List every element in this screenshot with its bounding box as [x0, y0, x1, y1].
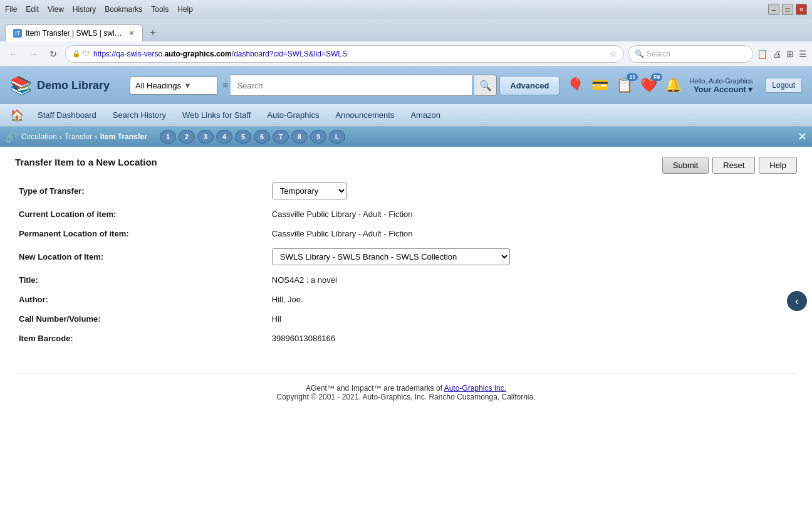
page-btn-L[interactable]: L — [329, 130, 345, 144]
browser-search-box[interactable]: 🔍 Search — [628, 45, 753, 63]
search-type-label: All Headings — [135, 81, 181, 90]
print-icon[interactable]: 🖨 — [773, 49, 781, 59]
forward-button[interactable]: → — [25, 46, 41, 62]
menu-tools[interactable]: Tools — [151, 5, 169, 14]
search-bar-container: All Headings ▼ ≡ 🔍 Advanced — [130, 75, 560, 96]
call-number-value: Hil — [268, 309, 797, 329]
list-view-icon[interactable]: ≡ — [222, 80, 228, 91]
breadcrumb-transfer[interactable]: Transfer — [65, 132, 92, 141]
breadcrumb-sep-1: › — [60, 132, 62, 142]
menu-bookmarks[interactable]: Bookmarks — [105, 5, 142, 14]
active-tab[interactable]: IT Item Transfer | SWLS | swls | Aut ✕ — [5, 24, 143, 41]
auto-graphics-link[interactable]: Auto-Graphics Inc. — [444, 384, 506, 393]
app-header: 📚 Demo Library All Headings ▼ ≡ 🔍 Advanc… — [0, 66, 812, 104]
page-btn-9[interactable]: 9 — [310, 130, 326, 144]
search-type-dropdown[interactable]: All Headings ▼ — [130, 77, 217, 95]
library-card-icon[interactable]: 💳 — [591, 77, 608, 93]
nav-staff-dashboard[interactable]: Staff Dashboard — [30, 107, 104, 124]
page-btn-3[interactable]: 3 — [197, 130, 214, 144]
item-barcode-label: Item Barcode: — [15, 329, 268, 348]
page-btn-5[interactable]: 5 — [235, 130, 251, 144]
nav-amazon[interactable]: Amazon — [403, 107, 448, 124]
account-label: Your Account — [694, 85, 746, 94]
window-controls: – □ ✕ — [768, 4, 807, 15]
page-btn-7[interactable]: 7 — [273, 130, 289, 144]
action-buttons: Submit Reset Help — [662, 157, 797, 174]
pagination: 1 2 3 4 5 6 7 8 9 L — [160, 130, 345, 144]
minimize-button[interactable]: – — [768, 4, 779, 15]
tab-close-icon[interactable]: ✕ — [128, 29, 135, 38]
search-go-button[interactable]: 🔍 — [474, 75, 497, 96]
breadcrumb-circulation[interactable]: Circulation — [21, 132, 57, 141]
item-barcode-value: 39896013086166 — [268, 329, 797, 348]
header-icons: 🎈 💳 📋 10 ❤️ F9 🔔 Hello, Auto-Graphic — [567, 77, 802, 94]
close-button[interactable]: ✕ — [796, 4, 807, 15]
reset-button[interactable]: Reset — [712, 157, 755, 174]
tab-bar: IT Item Transfer | SWLS | swls | Aut ✕ + — [0, 19, 812, 41]
help-button[interactable]: Help — [759, 157, 797, 174]
tab-title: Item Transfer | SWLS | swls | Aut — [26, 29, 125, 38]
title-bar: File Edit View History Bookmarks Tools H… — [0, 0, 812, 19]
heart-icon[interactable]: ❤️ F9 — [640, 77, 657, 93]
new-location-value: SWLS Library - SWLS Branch - SWLS Collec… — [268, 243, 797, 270]
current-location-value: Cassville Public Library - Adult - Ficti… — [268, 204, 797, 224]
type-of-transfer-select[interactable]: Temporary Permanent — [272, 182, 347, 199]
hello-text: Hello, Auto-Graphics — [689, 77, 752, 85]
search-input[interactable] — [231, 75, 472, 96]
new-location-row: New Location of Item: SWLS Library - SWL… — [15, 243, 797, 270]
page-btn-8[interactable]: 8 — [291, 130, 308, 144]
maximize-button[interactable]: □ — [782, 4, 793, 15]
nav-auto-graphics[interactable]: Auto-Graphics — [259, 107, 326, 124]
author-row: Author: Hill, Joe. — [15, 290, 797, 309]
breadcrumb-icon: 🔗 — [5, 131, 18, 143]
heart-badge: F9 — [651, 73, 663, 81]
logout-button[interactable]: Logout — [765, 78, 802, 93]
address-box[interactable]: 🔒 🛡 https://qa-swls-verso.auto-graphics.… — [65, 45, 624, 63]
bell-icon[interactable]: 🔔 — [665, 77, 682, 93]
bookmark-toolbar-icon[interactable]: 📋 — [757, 49, 768, 59]
nav-bar: 🏠 Staff Dashboard Search History Web Lin… — [0, 104, 812, 127]
browser-search-placeholder: Search — [647, 50, 670, 58]
bookmark-star-icon[interactable]: ☆ — [609, 49, 617, 59]
fullscreen-icon[interactable]: ⊞ — [786, 49, 794, 59]
item-barcode-row: Item Barcode: 39896013086166 — [15, 329, 797, 348]
app-logo-icon: 📚 — [10, 75, 32, 96]
refresh-button[interactable]: ↻ — [45, 46, 61, 62]
account-dropdown[interactable]: Your Account ▾ — [694, 85, 752, 94]
call-number-row: Call Number/Volume: Hil — [15, 309, 797, 329]
new-location-label: New Location of Item: — [15, 243, 268, 270]
menu-view[interactable]: View — [48, 5, 64, 14]
browser-toolbar-icons: 📋 🖨 ⊞ ☰ — [757, 49, 807, 59]
page-btn-1[interactable]: 1 — [160, 130, 176, 144]
menu-file[interactable]: File — [5, 5, 17, 14]
app-content: 📚 Demo Library All Headings ▼ ≡ 🔍 Advanc… — [0, 66, 812, 513]
back-button[interactable]: ← — [5, 46, 21, 62]
chevron-down-icon: ▼ — [184, 81, 192, 90]
submit-button[interactable]: Submit — [662, 157, 709, 174]
nav-web-links[interactable]: Web Links for Staff — [175, 107, 258, 124]
new-tab-button[interactable]: + — [145, 25, 160, 40]
permanent-location-value: Cassville Public Library - Adult - Ficti… — [268, 224, 797, 243]
back-arrow-button[interactable]: ‹ — [787, 291, 807, 311]
permanent-location-label: Permanent Location of item: — [15, 224, 268, 243]
menu-icon[interactable]: ☰ — [799, 49, 807, 59]
type-of-transfer-label: Type of Transfer: — [15, 177, 268, 204]
new-location-select[interactable]: SWLS Library - SWLS Branch - SWLS Collec… — [272, 248, 510, 265]
page-btn-2[interactable]: 2 — [179, 130, 195, 144]
page-btn-4[interactable]: 4 — [216, 130, 232, 144]
nav-search-history[interactable]: Search History — [105, 107, 174, 124]
nav-announcements[interactable]: Announcements — [328, 107, 402, 124]
notes-icon[interactable]: 📋 10 — [616, 77, 633, 93]
breadcrumb-current: Item Transfer — [100, 132, 147, 141]
menu-history[interactable]: History — [73, 5, 96, 14]
menu-help[interactable]: Help — [177, 5, 193, 14]
menu-edit[interactable]: Edit — [26, 5, 39, 14]
home-icon[interactable]: 🏠 — [5, 106, 29, 125]
hot-air-balloon-icon[interactable]: 🎈 — [567, 77, 584, 93]
advanced-search-button[interactable]: Advanced — [499, 76, 560, 95]
breadcrumb-close-button[interactable]: ✕ — [798, 130, 807, 144]
page-btn-6[interactable]: 6 — [254, 130, 270, 144]
type-of-transfer-value: Temporary Permanent — [268, 177, 797, 204]
trademark-text: AGent™ and Impact™ are trademarks of — [306, 384, 444, 393]
app-logo-area: 📚 Demo Library — [10, 75, 110, 96]
